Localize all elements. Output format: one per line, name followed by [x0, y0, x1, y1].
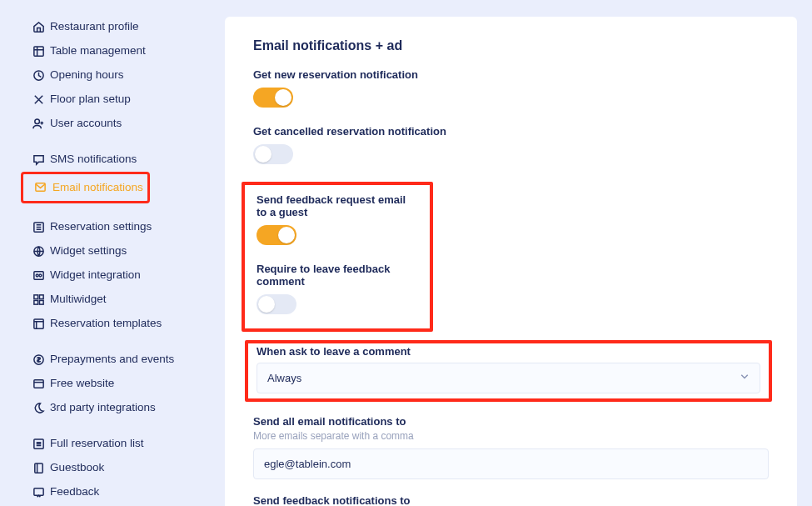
setting-feedback-request: Send feedback request email to a guest	[257, 193, 418, 248]
sidebar-item-restaurant-profile[interactable]: Restaurant profile	[0, 15, 225, 39]
setting-label: Get cancelled reservation notification	[253, 125, 769, 138]
table-icon	[32, 44, 45, 58]
sidebar-item-email-notifications[interactable]: Email notifications	[23, 176, 147, 200]
sidebar-item-feedback[interactable]: Feedback	[0, 480, 225, 504]
field-send-feedback: Send feedback notifications to More emai…	[253, 494, 769, 506]
setting-label: Send feedback request email to a guest	[257, 193, 418, 218]
globe-icon	[32, 245, 45, 258]
sidebar-item-3rd-party-integrations[interactable]: 3rd party integrations	[0, 396, 225, 420]
list-icon	[32, 437, 45, 450]
setting-cancelled-reservation: Get cancelled reservation notification	[253, 125, 769, 167]
home-icon	[32, 20, 45, 33]
highlight-sidebar-email: Email notifications	[21, 172, 150, 204]
sidebar-item-floor-plan-setup[interactable]: Floor plan setup	[0, 88, 225, 112]
panel-title: Email notifications + ad	[253, 38, 769, 53]
setting-new-reservation: Get new reservation notification	[253, 68, 769, 110]
sidebar-item-prepayments-and-events[interactable]: Prepayments and events	[0, 348, 225, 372]
field-help: More emails separate with a comma	[253, 430, 769, 442]
sidebar-item-label: Email notifications	[52, 179, 143, 197]
main-content: Email notifications + ad Get new reserva…	[225, 0, 812, 506]
highlight-feedback-settings: Send feedback request email to a guest R…	[242, 182, 433, 332]
toggle-cancelled-reservation[interactable]	[253, 144, 293, 164]
feedback-icon	[32, 485, 45, 498]
sliders-icon	[32, 221, 45, 234]
field-send-all: Send all email notifications to More ema…	[253, 415, 769, 479]
field-label: Send all email notifications to	[253, 415, 769, 428]
sidebar-item-label: User accounts	[50, 115, 122, 133]
chevron-down-icon	[740, 372, 750, 384]
sidebar-item-label: Multiwidget	[50, 291, 107, 308]
settings-panel: Email notifications + ad Get new reserva…	[225, 17, 797, 506]
setting-label: Require to leave feedback comment	[257, 263, 418, 288]
sidebar-item-full-reservation-list[interactable]: Full reservation list	[0, 432, 225, 456]
highlight-ask-comment: When ask to leave a comment Always	[245, 340, 772, 402]
sidebar: Restaurant profileTable managementOpenin…	[0, 0, 225, 506]
sidebar-item-label: Widget settings	[50, 243, 127, 260]
moon-icon	[32, 401, 45, 414]
sidebar-item-multiwidget[interactable]: Multiwidget	[0, 288, 225, 312]
input-send-all-emails[interactable]: egle@tablein.com	[253, 448, 769, 479]
sidebar-item-reservation-settings[interactable]: Reservation settings	[0, 215, 225, 239]
sidebar-item-sms-notifications[interactable]: SMS notifications	[0, 148, 225, 172]
toggle-require-comment[interactable]	[257, 294, 296, 314]
sidebar-item-label: Prepayments and events	[50, 351, 174, 368]
clock-icon	[32, 68, 45, 82]
setting-label: Get new reservation notification	[253, 68, 769, 81]
select-ask-comment[interactable]: Always	[257, 363, 760, 393]
sidebar-item-free-website[interactable]: Free website	[0, 372, 225, 396]
sidebar-item-label: Table management	[50, 43, 146, 60]
grid-icon	[32, 293, 45, 307]
select-value: Always	[267, 372, 301, 384]
field-label: When ask to leave a comment	[257, 345, 760, 358]
window-icon	[32, 377, 45, 390]
toggle-feedback-request[interactable]	[257, 225, 296, 245]
sidebar-item-label: Reservation settings	[50, 218, 152, 236]
sidebar-item-label: Free website	[50, 375, 114, 393]
sidebar-item-widget-integration[interactable]: Widget integration	[0, 263, 225, 288]
sidebar-item-opening-hours[interactable]: Opening hours	[0, 63, 225, 88]
floor-icon	[32, 93, 45, 106]
template-icon	[32, 318, 45, 331]
field-label: Send feedback notifications to	[253, 494, 769, 506]
widget-icon	[32, 269, 45, 283]
sidebar-item-label: Opening hours	[50, 67, 124, 84]
sidebar-item-guestbook[interactable]: Guestbook	[0, 456, 225, 480]
sidebar-item-widget-settings[interactable]: Widget settings	[0, 239, 225, 263]
sidebar-item-reservation-templates[interactable]: Reservation templates	[0, 312, 225, 336]
sidebar-item-label: Floor plan setup	[50, 91, 131, 108]
sidebar-item-label: SMS notifications	[50, 151, 137, 168]
setting-require-comment: Require to leave feedback comment	[257, 263, 418, 317]
dollar-icon	[32, 353, 45, 367]
sidebar-item-user-accounts[interactable]: User accounts	[0, 112, 225, 136]
sidebar-item-label: Widget integration	[50, 267, 141, 284]
sidebar-item-table-management[interactable]: Table management	[0, 39, 225, 63]
sidebar-item-label: Guestbook	[50, 459, 104, 477]
sidebar-item-label: Reservation templates	[50, 315, 162, 333]
user-add-icon	[32, 117, 45, 130]
mail-icon	[33, 181, 47, 194]
sidebar-item-label: Full reservation list	[50, 435, 144, 453]
chat-icon	[32, 153, 45, 166]
book-icon	[32, 461, 45, 474]
sidebar-item-label: 3rd party integrations	[50, 399, 156, 417]
sidebar-item-label: Restaurant profile	[50, 18, 139, 36]
toggle-new-reservation[interactable]	[253, 88, 293, 108]
sidebar-item-label: Feedback	[50, 483, 99, 501]
